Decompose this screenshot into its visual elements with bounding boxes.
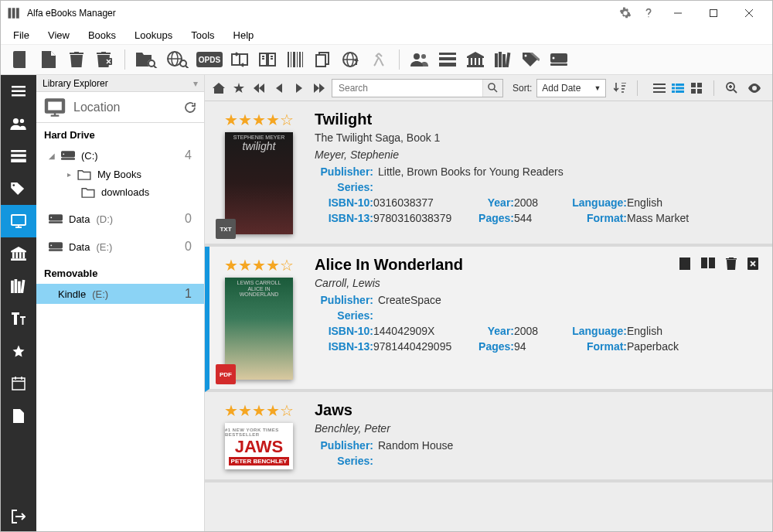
filter-bar: Sort: Add Date ▼ [205, 75, 772, 101]
menu-books[interactable]: Books [80, 28, 124, 43]
drive-e[interactable]: Data (E:) 0 [36, 237, 204, 257]
preview-icon[interactable] [745, 80, 764, 97]
toolbar: OPDS [1, 44, 772, 75]
scan-web-icon[interactable] [164, 47, 192, 72]
label-language: Language: [560, 325, 627, 337]
rail-location-icon[interactable] [1, 205, 36, 237]
search-icon[interactable] [482, 80, 502, 97]
help-icon[interactable] [638, 2, 659, 24]
authors-icon[interactable] [407, 47, 432, 72]
nav-all-icon[interactable] [231, 80, 247, 97]
rail-menu-icon[interactable] [1, 75, 36, 107]
svg-point-36 [421, 54, 426, 59]
view-list-icon[interactable] [650, 80, 669, 97]
reader-icon[interactable] [255, 47, 280, 72]
svg-rect-100 [676, 90, 684, 93]
value-year: 2008 [514, 196, 560, 209]
drive-d[interactable]: Data (D:) 0 [36, 209, 204, 229]
copy-icon[interactable] [311, 47, 335, 72]
panel-collapse-icon[interactable]: ▾ [193, 78, 198, 89]
tags-icon[interactable] [519, 47, 543, 72]
minimize-button[interactable] [661, 2, 695, 24]
menu-tools[interactable]: Tools [183, 28, 222, 43]
separator [399, 49, 400, 70]
nav-prev-icon[interactable] [271, 80, 287, 97]
svg-rect-48 [506, 53, 511, 67]
new-book-icon[interactable] [9, 47, 33, 72]
menu-lookups[interactable]: Lookups [127, 28, 180, 43]
location-header: Location [36, 92, 204, 123]
merge-icon[interactable] [366, 47, 391, 72]
rail-authors-icon[interactable] [1, 107, 36, 140]
value-isbn13: 9780316038379 [373, 212, 471, 224]
delete-book-icon[interactable] [64, 47, 89, 72]
sort-dropdown[interactable]: Add Date ▼ [536, 79, 606, 97]
svg-point-56 [13, 118, 19, 124]
titlebar: Alfa eBooks Manager [1, 1, 772, 26]
new-file-icon[interactable] [36, 47, 61, 72]
book-card[interactable]: ★★★★☆ #1 NEW YORK TIMES BESTSELLER JAWS … [205, 392, 772, 483]
rail-series-icon[interactable] [1, 270, 36, 302]
refresh-icon[interactable] [184, 101, 196, 114]
separator [637, 80, 638, 96]
svg-rect-45 [495, 53, 498, 67]
expand-icon[interactable]: ◢ [49, 152, 55, 160]
publishers-icon[interactable] [435, 47, 460, 72]
nav-last-icon[interactable] [312, 80, 327, 97]
drive-label: Data [69, 241, 90, 253]
devices-icon[interactable] [547, 47, 571, 72]
rail-exit-icon[interactable] [1, 500, 36, 532]
barcode-icon[interactable] [283, 47, 308, 72]
nav-next-icon[interactable] [291, 80, 307, 97]
action-delete-icon[interactable] [726, 257, 737, 270]
drive-c[interactable]: ◢ (C:) 4 [36, 145, 204, 165]
search-box[interactable] [332, 79, 503, 97]
upload-web-icon[interactable] [339, 47, 363, 72]
value-publisher: CreateSpace [378, 294, 441, 306]
svg-rect-54 [12, 90, 26, 93]
action-read-icon[interactable] [701, 257, 715, 270]
action-remove-icon[interactable] [747, 257, 758, 270]
close-button[interactable] [732, 2, 766, 24]
book-cover: #1 NEW YORK TIMES BESTSELLER JAWS PETER … [225, 423, 293, 469]
scan-folder-icon[interactable] [133, 47, 161, 72]
rail-file-icon[interactable] [1, 400, 36, 432]
svg-rect-95 [672, 84, 675, 86]
search-input[interactable] [332, 80, 482, 97]
maximize-button[interactable] [696, 2, 730, 24]
settings-gear-icon[interactable] [615, 2, 636, 24]
expand-icon[interactable]: ▸ [67, 170, 71, 179]
rail-library-icon[interactable] [1, 237, 36, 270]
rail-text-icon[interactable] [1, 302, 36, 335]
rail-publishers-icon[interactable] [1, 140, 36, 172]
action-book-icon[interactable] [679, 257, 690, 270]
svg-rect-98 [676, 87, 684, 89]
rail-calendar-icon[interactable] [1, 367, 36, 400]
view-grid-icon[interactable] [687, 80, 706, 97]
menu-view[interactable]: View [40, 28, 77, 43]
nav-first-icon[interactable] [251, 80, 267, 97]
drive-kindle[interactable]: Kindle (E:) 1 [36, 284, 204, 304]
delete-file-icon[interactable] [92, 47, 117, 72]
menu-help[interactable]: Help [226, 28, 262, 43]
menu-file[interactable]: File [5, 28, 37, 43]
series-icon[interactable] [491, 47, 516, 72]
drive-icon [61, 151, 75, 160]
folder-downloads[interactable]: downloads [36, 183, 204, 201]
svg-rect-41 [472, 58, 475, 65]
svg-rect-55 [12, 94, 26, 97]
book-card[interactable]: ★★★★☆ LEWIS CARROLLALICE INWONDERLAND PD… [205, 247, 772, 392]
folder-my-books[interactable]: ▸ My Books [36, 165, 204, 183]
opds-button[interactable]: OPDS [195, 47, 224, 72]
library-icon[interactable] [463, 47, 488, 72]
book-list[interactable]: ★★★★☆ STEPHENIE MEYERtwilight TXT Twilig… [205, 101, 772, 532]
nav-home-icon[interactable] [211, 80, 226, 97]
svg-rect-42 [476, 58, 478, 65]
book-card[interactable]: ★★★★☆ STEPHENIE MEYERtwilight TXT Twilig… [205, 101, 772, 247]
rail-tags-icon[interactable] [1, 172, 36, 205]
convert-icon[interactable] [227, 47, 252, 72]
rail-favorites-icon[interactable] [1, 335, 36, 367]
zoom-icon[interactable] [722, 80, 741, 97]
view-detail-icon[interactable] [669, 80, 687, 97]
sort-direction-icon[interactable] [611, 80, 629, 97]
